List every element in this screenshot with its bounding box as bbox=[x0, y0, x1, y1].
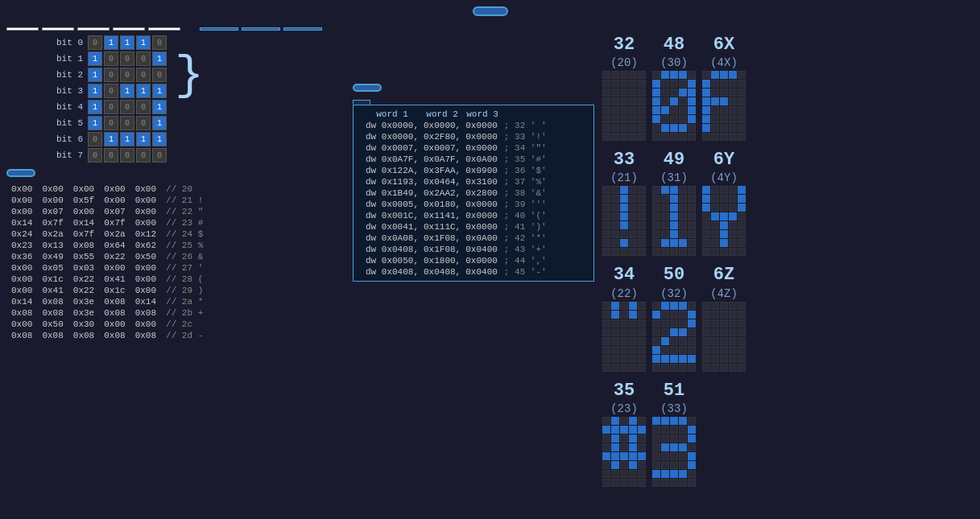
pixel bbox=[702, 248, 710, 256]
char-preview-32: 32(20) bbox=[602, 35, 646, 141]
pixel bbox=[729, 328, 737, 336]
pixel bbox=[629, 115, 637, 123]
pixel bbox=[711, 186, 719, 194]
pixel bbox=[620, 230, 628, 238]
pixel bbox=[729, 212, 737, 220]
word1-group bbox=[200, 26, 238, 31]
cell-word: 0x2800 bbox=[463, 187, 502, 199]
pixel bbox=[679, 204, 687, 212]
table-row: 0x140x7f0x140x7f0x00// 23 # bbox=[6, 217, 208, 229]
pixel bbox=[620, 443, 628, 451]
pixel bbox=[679, 328, 687, 336]
pixel bbox=[670, 133, 678, 141]
cell-empty bbox=[357, 199, 363, 210]
pixel bbox=[638, 417, 646, 425]
pixel bbox=[738, 106, 746, 114]
table-row: 0x140x080x3e0x080x14// 2a * bbox=[6, 296, 208, 307]
pixel bbox=[638, 239, 646, 247]
cell-byte: 0x13 bbox=[37, 240, 68, 251]
pixel bbox=[720, 89, 728, 97]
pixel bbox=[661, 346, 669, 354]
cell-comment: ; 43 '+' bbox=[502, 244, 549, 255]
pixel bbox=[679, 239, 687, 247]
pixel bbox=[638, 443, 646, 451]
char-preview-33: 33(21) bbox=[602, 150, 646, 256]
pixel bbox=[638, 461, 646, 469]
bit-cell: 0 bbox=[104, 51, 118, 66]
byte3-group bbox=[77, 26, 110, 31]
pixel bbox=[729, 106, 737, 114]
cell-word: 0x111C, bbox=[421, 221, 463, 233]
pixel bbox=[652, 71, 660, 79]
cell-word: 0x1F08, bbox=[421, 233, 463, 244]
bit-cell: 0 bbox=[136, 148, 151, 163]
pixel bbox=[638, 248, 646, 256]
cell-word: dw 0x0A7F, bbox=[363, 154, 421, 165]
pixel bbox=[670, 71, 678, 79]
pixel bbox=[611, 97, 619, 105]
pixel bbox=[629, 239, 637, 247]
pixel bbox=[738, 204, 746, 212]
pixel bbox=[638, 133, 646, 141]
tab-asm[interactable] bbox=[353, 100, 370, 105]
bit-cell: 1 bbox=[88, 51, 102, 66]
cell-comment: ; 45 '-' bbox=[502, 266, 549, 278]
pixel bbox=[729, 337, 737, 345]
pixel bbox=[661, 80, 669, 88]
bit-cell: 1 bbox=[152, 51, 167, 66]
bit-row-label: bit 4 bbox=[55, 102, 83, 112]
table-row: dw 0x0005,0x0180,0x0000; 39 ''' bbox=[357, 199, 549, 210]
table-row: 0x080x080x3e0x080x08// 2b + bbox=[6, 307, 208, 319]
pixel bbox=[711, 364, 719, 372]
char-grid bbox=[702, 302, 746, 372]
pixel bbox=[738, 71, 746, 79]
pixel bbox=[602, 319, 610, 327]
pixel bbox=[688, 115, 696, 123]
pixel bbox=[679, 71, 687, 79]
cell-empty bbox=[357, 176, 363, 187]
pixel bbox=[629, 328, 637, 336]
cell-empty bbox=[357, 120, 363, 131]
pixel bbox=[602, 346, 610, 354]
char-number: 35 bbox=[614, 381, 635, 401]
pixel bbox=[720, 204, 728, 212]
cell-byte: 0x50 bbox=[37, 319, 68, 330]
pixel bbox=[652, 97, 660, 105]
pixel bbox=[679, 364, 687, 372]
cell-byte: 0x36 bbox=[6, 251, 37, 262]
pixel bbox=[720, 328, 728, 336]
pixel bbox=[670, 319, 678, 327]
pixel bbox=[611, 479, 619, 487]
cell-byte: 0x08 bbox=[99, 307, 130, 319]
pixel bbox=[602, 106, 610, 114]
pixel bbox=[670, 355, 678, 363]
pixel bbox=[602, 221, 610, 229]
table-row: dw 0x0007,0x0007,0x0000; 34 '"' bbox=[357, 142, 549, 154]
pixel bbox=[661, 452, 669, 460]
pixel bbox=[629, 186, 637, 194]
cell-comment: ; 38 '&' bbox=[502, 187, 549, 199]
pixel bbox=[711, 346, 719, 354]
cell-byte: 0x3e bbox=[68, 296, 99, 307]
pixel bbox=[688, 221, 696, 229]
pixel bbox=[670, 426, 678, 434]
pixel bbox=[620, 426, 628, 434]
cell-byte: 0x00 bbox=[130, 285, 161, 296]
bit-cell: 0 bbox=[120, 148, 134, 163]
top-section bbox=[6, 26, 974, 31]
cell-byte: 0x7f bbox=[37, 217, 68, 229]
pixel bbox=[638, 115, 646, 123]
pixel bbox=[638, 319, 646, 327]
pixel bbox=[711, 230, 719, 238]
pixel bbox=[629, 248, 637, 256]
bit-cell: 0 bbox=[88, 132, 102, 146]
pixel bbox=[602, 186, 610, 194]
pixel bbox=[629, 426, 637, 434]
bit-cell: 1 bbox=[152, 84, 167, 98]
pixel bbox=[629, 364, 637, 372]
cell-comment: // 2a * bbox=[161, 296, 208, 307]
pixel bbox=[652, 106, 660, 114]
table-row: 0x000x500x300x000x00// 2c bbox=[6, 319, 208, 330]
word1-value bbox=[200, 27, 238, 31]
cell-empty bbox=[357, 233, 363, 244]
